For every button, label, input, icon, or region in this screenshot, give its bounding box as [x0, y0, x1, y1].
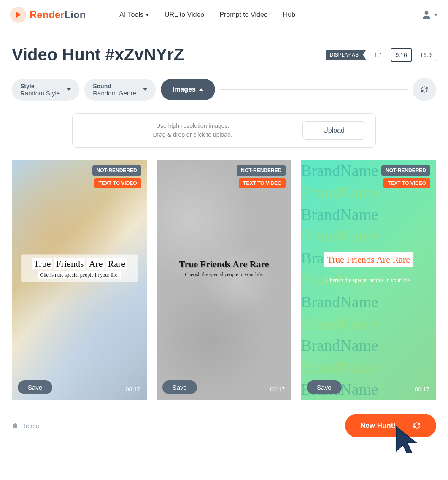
cursor-icon	[389, 423, 424, 453]
aspect-16-9-button[interactable]: 16:9	[416, 49, 436, 61]
sound-dropdown[interactable]: Sound Random Genre	[84, 79, 156, 101]
logo[interactable]: RenderLion	[10, 7, 86, 23]
save-button[interactable]: Save	[307, 380, 341, 394]
delete-label: Delete	[21, 422, 39, 429]
card-title: TrueFriendsAreRare	[21, 258, 138, 269]
video-card-3[interactable]: BrandName BrandName BrandName BrandName …	[301, 160, 436, 400]
save-button[interactable]: Save	[162, 380, 197, 394]
style-label: Style	[20, 83, 60, 89]
aspect-1-1-button[interactable]: 1:1	[370, 49, 387, 61]
logo-text-part1: Render	[30, 9, 65, 20]
aspect-9-16-button[interactable]: 9:16	[391, 48, 412, 62]
card-subtitle: Cherish the special people in your life.	[166, 271, 282, 277]
card-title: True Friends Are Rare	[324, 252, 413, 267]
trash-icon	[12, 422, 19, 429]
text-to-video-badge: TEXT TO VIDEO	[383, 178, 430, 188]
nav-ai-tools-label: AI Tools	[119, 11, 143, 19]
divider	[220, 89, 408, 90]
not-rendered-badge: NOT-RENDERED	[381, 165, 430, 176]
divider	[48, 426, 337, 426]
video-card-2[interactable]: NOT-RENDERED TEXT TO VIDEO True Friends …	[157, 160, 292, 400]
duration-label: 00:17	[126, 386, 140, 393]
card-subtitle: Cherish the special people in your life.	[38, 271, 121, 278]
upload-button[interactable]: Upload	[302, 121, 365, 140]
dropdown-caret-icon	[143, 88, 147, 91]
title-row: Video Hunt #xZvNYrZ DISPLAY AS 1:1 9:16 …	[12, 45, 436, 64]
header: RenderLion AI Tools URL to Video Prompt …	[0, 0, 448, 30]
dropdown-caret-icon	[434, 14, 438, 16]
user-icon	[421, 9, 432, 20]
save-button[interactable]: Save	[18, 380, 52, 394]
card-content: True Friends Are Rare Cherish the specia…	[166, 258, 282, 277]
svg-point-0	[425, 11, 429, 15]
dropdown-caret-icon	[67, 88, 71, 91]
logo-text-part2: Lion	[65, 9, 86, 20]
images-toggle[interactable]: Images	[161, 79, 215, 100]
logo-icon	[10, 7, 26, 23]
card-subtitle: Cherish the special people in your life.	[310, 277, 427, 284]
dropdown-caret-up-icon	[199, 88, 203, 91]
style-dropdown[interactable]: Style Random Style	[12, 79, 79, 101]
upload-line1: Use high-resolution images.	[83, 122, 302, 130]
upload-line2: Drag & drop or click to upload.	[83, 130, 302, 139]
refresh-button[interactable]	[413, 78, 436, 101]
card-content: TrueFriendsAreRare Cherish the special p…	[21, 254, 138, 282]
card-title: True Friends Are Rare	[166, 258, 282, 269]
style-dropdown-content: Style Random Style	[20, 83, 60, 97]
not-rendered-badge: NOT-RENDERED	[237, 165, 286, 176]
nav-url-to-video[interactable]: URL to Video	[165, 11, 204, 19]
footer-row: Delete New Hunt!	[12, 414, 436, 437]
upload-box[interactable]: Use high-resolution images. Drag & drop …	[72, 113, 376, 148]
sound-label: Sound	[93, 83, 136, 89]
card-content: True Friends Are Rare Cherish the specia…	[310, 252, 427, 284]
cards-row: NOT-RENDERED TEXT TO VIDEO TrueFriendsAr…	[12, 160, 436, 400]
logo-text: RenderLion	[30, 9, 86, 21]
text-to-video-badge: TEXT TO VIDEO	[239, 178, 286, 188]
user-menu[interactable]	[421, 9, 438, 20]
delete-button[interactable]: Delete	[12, 422, 39, 429]
display-as-label: DISPLAY AS	[326, 50, 366, 60]
main: Video Hunt #xZvNYrZ DISPLAY AS 1:1 9:16 …	[0, 30, 448, 453]
sound-dropdown-content: Sound Random Genre	[93, 83, 136, 97]
sound-value: Random Genre	[93, 89, 136, 97]
not-rendered-badge: NOT-RENDERED	[92, 165, 141, 176]
page-title: Video Hunt #xZvNYrZ	[12, 45, 184, 64]
upload-instructions: Use high-resolution images. Drag & drop …	[83, 122, 302, 139]
controls-row: Style Random Style Sound Random Genre Im…	[12, 78, 436, 101]
nav-prompt-to-video[interactable]: Prompt to Video	[219, 11, 267, 19]
nav-hub[interactable]: Hub	[283, 11, 295, 19]
duration-label: 00:17	[415, 386, 429, 393]
nav: AI Tools URL to Video Prompt to Video Hu…	[119, 11, 295, 19]
aspect-ratio-group: DISPLAY AS 1:1 9:16 16:9	[326, 48, 436, 62]
text-to-video-badge: TEXT TO VIDEO	[94, 178, 141, 188]
video-card-1[interactable]: NOT-RENDERED TEXT TO VIDEO TrueFriendsAr…	[12, 160, 147, 400]
images-label: Images	[173, 86, 196, 93]
dropdown-caret-icon	[145, 14, 149, 16]
nav-ai-tools[interactable]: AI Tools	[119, 11, 149, 19]
refresh-icon	[420, 85, 429, 94]
duration-label: 00:17	[270, 386, 285, 393]
style-value: Random Style	[20, 89, 60, 97]
